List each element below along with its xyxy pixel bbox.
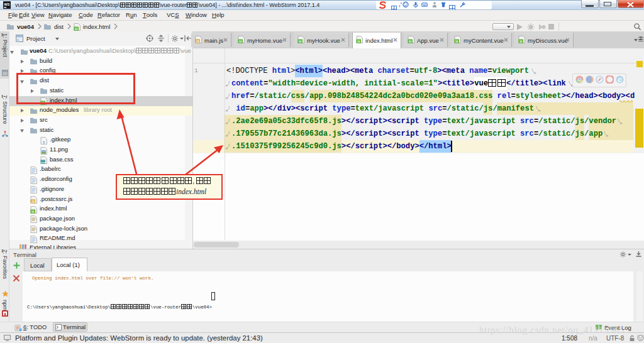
svg-text:H: H [409, 40, 411, 43]
svg-text:H: H [299, 40, 301, 43]
svg-text:JS: JS [31, 200, 35, 204]
svg-text:H: H [75, 27, 77, 31]
svg-text:JS: JS [196, 40, 200, 43]
svg-text:?: ? [43, 140, 45, 144]
svg-text:H: H [455, 40, 458, 43]
svg-text:H: H [357, 40, 360, 43]
svg-text:H: H [239, 40, 242, 43]
svg-text:css: css [41, 161, 46, 164]
svg-text:WS: WS [4, 3, 10, 6]
svg-text:H: H [31, 209, 34, 213]
svg-text:H: H [519, 40, 522, 43]
